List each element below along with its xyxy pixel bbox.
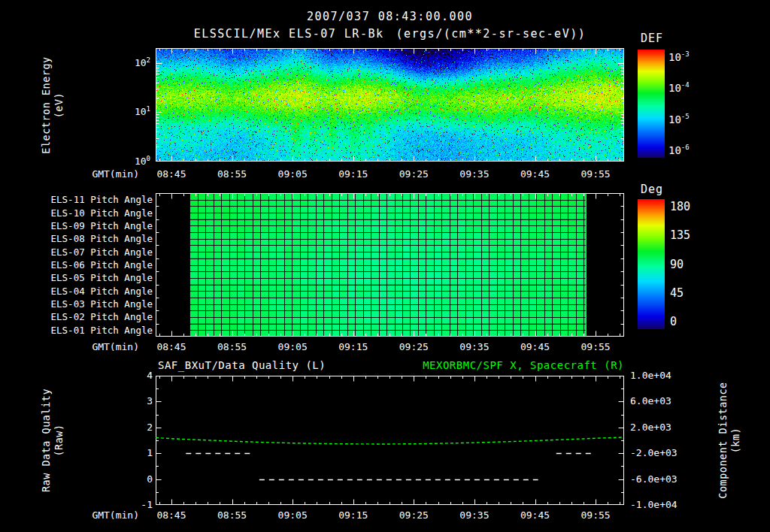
spectrogram-units-label: (ergs/(cm**2-sr-sec-eV)): [396, 27, 587, 41]
quality-tick-label: 2: [113, 422, 153, 433]
time-tick-label: 09:35: [459, 509, 489, 521]
def-colorbar-tick-label: 10-3: [668, 50, 690, 63]
distance-tick-label: -2.0e+03: [630, 447, 678, 458]
time-tick-label: 08:55: [217, 168, 247, 180]
deg-colorbar: [638, 199, 665, 329]
raw-data-quality-label: Raw Data Quality: [40, 373, 53, 508]
quality-tick-label: 3: [113, 395, 153, 407]
quality-distance-chart: [156, 376, 624, 505]
els-row-label: ELS-10 Pitch Angle: [21, 207, 153, 219]
deg-colorbar-tick-label: 135: [670, 228, 690, 242]
pitch-angle-panel: [156, 193, 624, 337]
quality-tick-label: -1: [113, 499, 153, 510]
els-row-label: ELS-01 Pitch Angle: [21, 325, 153, 336]
def-colorbar: [638, 50, 665, 158]
electron-energy-units: (eV): [53, 41, 65, 169]
time-tick-label: 09:45: [520, 509, 550, 521]
els-row-label: ELS-06 Pitch Angle: [21, 259, 153, 271]
els-row-label: ELS-04 Pitch Angle: [21, 286, 153, 297]
time-tick-label: 08:55: [217, 341, 247, 352]
els-row-label: ELS-08 Pitch Angle: [21, 233, 153, 244]
instrument-title: ELSSCIL/MEx ELS-07 LR-Bk: [194, 27, 384, 41]
spectrogram-y-axis-title: Electron Energy (eV): [40, 41, 65, 169]
distance-tick-label: -6.0e+03: [630, 473, 678, 485]
time-axis-unit-label: GMT(min): [69, 168, 139, 180]
distance-axis-title: Component Distance (km): [717, 369, 742, 512]
quality-axis-title: Raw Data Quality (Raw): [40, 373, 65, 508]
time-tick-label: 09:35: [459, 341, 489, 352]
def-colorbar-tick-label: 10-6: [668, 144, 690, 156]
raw-data-quality-units: (Raw): [53, 373, 65, 508]
distance-tick-label: 2.0e+03: [630, 422, 671, 433]
def-colorbar-tick-label: 10-4: [668, 81, 690, 94]
component-distance-label: Component Distance: [717, 369, 729, 512]
observation-timestamp-title: 2007/037 08:43:00.000: [156, 10, 624, 23]
deg-colorbar-title: Deg: [641, 183, 663, 196]
deg-colorbar-tick-label: 0: [670, 315, 677, 328]
quality-tick-label: 0: [113, 473, 153, 485]
electron-energy-spectrogram: [156, 48, 624, 162]
time-axis-unit-label: GMT(min): [69, 341, 139, 352]
time-tick-label: 08:45: [156, 341, 186, 352]
energy-tick-label: 100: [111, 155, 150, 167]
electron-energy-label: Electron Energy: [40, 41, 53, 169]
time-tick-label: 09:25: [399, 168, 429, 180]
time-tick-label: 09:15: [338, 341, 368, 352]
distance-tick-label: -1.0e+04: [630, 499, 678, 510]
time-tick-label: 09:15: [338, 509, 368, 521]
els-row-label: ELS-09 Pitch Angle: [21, 220, 153, 231]
spectrogram-title-row: ELSSCIL/MEx ELS-07 LR-Bk (ergs/(cm**2-sr…: [156, 27, 624, 41]
els-row-label: ELS-11 Pitch Angle: [21, 194, 153, 205]
time-tick-label: 08:55: [217, 509, 247, 521]
distance-tick-label: 1.0e+04: [630, 370, 671, 381]
deg-colorbar-tick-label: 45: [670, 286, 684, 300]
time-tick-label: 09:55: [581, 168, 611, 180]
energy-tick-label: 101: [111, 105, 150, 117]
time-tick-label: 09:05: [278, 509, 308, 521]
def-colorbar-tick-label: 10-5: [668, 113, 690, 125]
quality-tick-label: 4: [113, 370, 153, 381]
time-tick-label: 09:55: [581, 341, 611, 352]
els-row-label: ELS-07 Pitch Angle: [21, 246, 153, 258]
quality-tick-label: 1: [113, 447, 153, 458]
time-tick-label: 09:15: [338, 168, 368, 180]
energy-tick-label: 102: [111, 56, 150, 68]
els-row-label: ELS-05 Pitch Angle: [21, 272, 153, 283]
time-tick-label: 09:45: [520, 168, 550, 180]
time-tick-label: 09:05: [278, 341, 308, 352]
bottom-right-title: MEXORBMC/SPF X, Spacecraft (R): [156, 359, 624, 371]
els-quicklook-display: 2007/037 08:43:00.000 ELSSCIL/MEx ELS-07…: [0, 0, 770, 532]
time-tick-label: 09:25: [399, 509, 429, 521]
time-tick-label: 09:25: [399, 341, 429, 352]
time-tick-label: 09:35: [459, 168, 489, 180]
els-row-label: ELS-03 Pitch Angle: [21, 298, 153, 310]
distance-tick-label: 6.0e+03: [630, 395, 671, 407]
time-tick-label: 09:55: [581, 509, 611, 521]
time-tick-label: 08:45: [156, 168, 186, 180]
def-colorbar-title: DEF: [641, 32, 663, 45]
component-distance-units: (km): [729, 369, 742, 512]
time-tick-label: 09:45: [520, 341, 550, 352]
deg-colorbar-tick-label: 90: [670, 258, 684, 271]
deg-colorbar-tick-label: 180: [670, 200, 690, 213]
time-tick-label: 08:45: [156, 509, 186, 521]
time-tick-label: 09:05: [278, 168, 308, 180]
els-row-label: ELS-02 Pitch Angle: [21, 311, 153, 322]
time-axis-unit-label: GMT(min): [69, 509, 139, 521]
